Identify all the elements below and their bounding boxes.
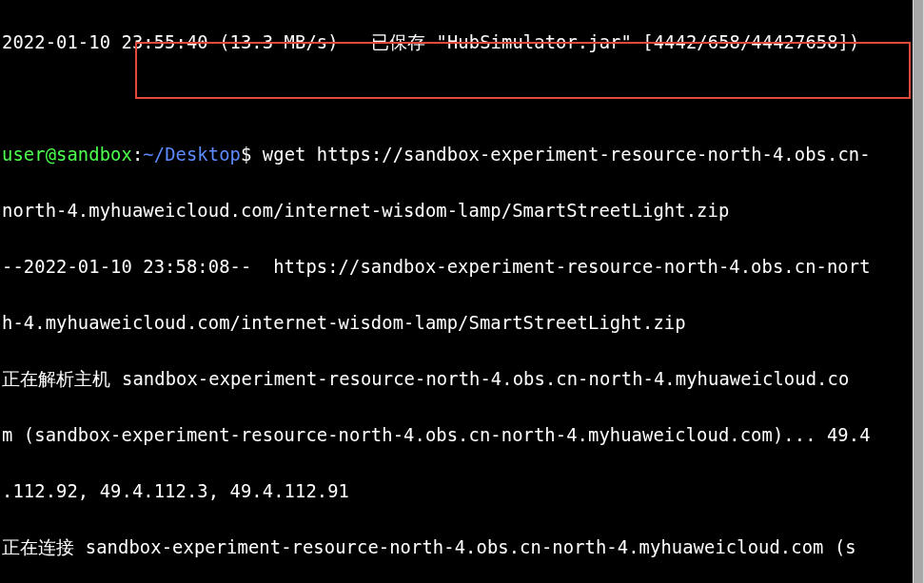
output-line: h-4.myhuaweicloud.com/internet-wisdom-la… [2, 309, 911, 338]
output-line: m (sandbox-experiment-resource-north-4.o… [2, 421, 911, 450]
prompt-line: user@sandbox:~/Desktop$ wget https://san… [2, 141, 911, 169]
command-text-wrap: north-4.myhuaweicloud.com/internet-wisdo… [2, 197, 911, 225]
scrollbar-thumb[interactable] [914, 0, 923, 583]
prompt-user: user@sandbox [2, 145, 132, 165]
blank-line [2, 85, 911, 113]
prompt-dollar: $ [241, 145, 263, 165]
prompt-path: ~/Desktop [143, 145, 241, 165]
output-line: 正在连接 sandbox-experiment-resource-north-4… [2, 534, 911, 562]
prompt-colon: : [132, 145, 143, 165]
command-text: wget https://sandbox-experiment-resource… [263, 145, 871, 165]
terminal-output[interactable]: 2022-01-10 23:55:40 (13.3 MB/s) - 已保存 "H… [0, 0, 913, 583]
output-line: --2022-01-10 23:58:08-- https://sandbox-… [2, 253, 911, 282]
output-line: 正在解析主机 sandbox-experiment-resource-north… [2, 365, 911, 394]
scrollbar-vertical[interactable] [913, 0, 924, 583]
output-line: .112.92, 49.4.112.3, 49.4.112.91 [2, 477, 911, 506]
output-line: 2022-01-10 23:55:40 (13.3 MB/s) - 已保存 "H… [2, 29, 911, 57]
